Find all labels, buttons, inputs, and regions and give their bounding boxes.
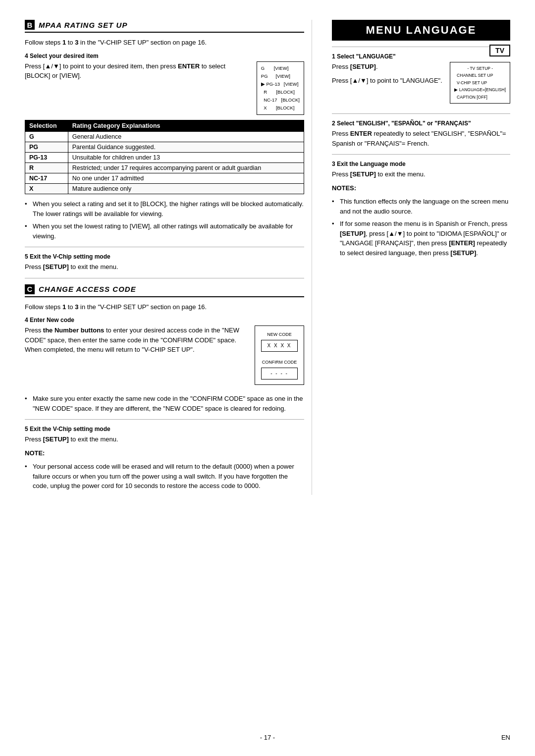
menu-language-notes: This function effects only the language … xyxy=(332,197,510,258)
list-item: Make sure you enter exactly the same new… xyxy=(25,394,304,413)
menu-language-title: MENU LANGUAGE xyxy=(332,20,510,41)
table-cell-selection: NC-17 xyxy=(25,173,68,184)
table-cell-explanation: Unsuitable for children under 13 xyxy=(68,153,304,163)
section-b-bullets: When you select a rating and set it to [… xyxy=(25,199,304,241)
step4-content: G [VIEW] PG [VIEW] ▶ PG-13 [VIEW] R [BLO… xyxy=(25,61,304,115)
step4c-label: 4 Enter New code xyxy=(25,317,304,324)
step5c-text: Press [SETUP] to exit the menu. xyxy=(25,434,304,444)
note-label: NOTE: xyxy=(25,448,304,458)
section-c-bullets: Make sure you enter exactly the same new… xyxy=(25,394,304,413)
section-b-title: MPAA RATING SET UP xyxy=(39,21,127,29)
table-row: RRestricted; under 17 requires accompany… xyxy=(25,163,304,173)
divider-step5b xyxy=(25,247,304,247)
step3-ml-text: Press [SETUP] to exit the menu. xyxy=(332,169,510,179)
screen1-item3: ▶ LANGUAGE=[ENGLISH] xyxy=(454,86,506,93)
step1-ml-label: 1 Select "LANGUAGE" xyxy=(332,53,510,60)
table-cell-explanation: Parental Guidance suggested. xyxy=(68,142,304,153)
table-cell-explanation: Mature audience only xyxy=(68,184,304,194)
table-header-explanation: Rating Category Explanations xyxy=(68,120,304,132)
table-cell-selection: G xyxy=(25,132,68,142)
section-b-letter: B xyxy=(25,20,35,30)
step5b-text: Press [SETUP] to exit the menu. xyxy=(25,262,304,272)
step5c-label: 5 Exit the V-Chip setting mode xyxy=(25,426,304,432)
step3-ml-label: 3 Exit the Language mode xyxy=(332,161,510,167)
table-header-selection: Selection xyxy=(25,120,68,132)
new-code-value: X X X X xyxy=(261,340,298,352)
list-item: This function effects only the language … xyxy=(332,197,510,216)
screen1-title: - TV SETUP - xyxy=(454,65,506,72)
notes-label: NOTES: xyxy=(332,183,510,193)
table-row: XMature audience only xyxy=(25,184,304,194)
section-c-note: Your personal access code will be erased… xyxy=(25,462,304,491)
table-row: GGeneral Audience xyxy=(25,132,304,142)
step4c-content: NEW CODE X X X X CONFIRM CODE - - - - Pr… xyxy=(25,325,304,390)
table-cell-selection: PG xyxy=(25,142,68,153)
right-column: MENU LANGUAGE TV 1 Select "LANGUAGE" - T… xyxy=(327,20,510,495)
table-row: NC-17No one under 17 admitted xyxy=(25,173,304,184)
list-item: Your personal access code will be erased… xyxy=(25,462,304,491)
divider-section-c xyxy=(25,278,304,278)
divider-step5c xyxy=(25,419,304,420)
screen-box-tv-setup: - TV SETUP - CHANNEL SET UP V-CHIP SET U… xyxy=(450,62,510,104)
table-cell-explanation: General Audience xyxy=(68,132,304,142)
section-b-intro: Follow steps 1 to 3 in the "V-CHIP SET U… xyxy=(25,38,304,48)
new-code-label: NEW CODE xyxy=(261,330,298,339)
table-cell-selection: R xyxy=(25,163,68,173)
section-c-intro: Follow steps 1 to 3 in the "V-CHIP SET U… xyxy=(25,302,304,312)
step2-ml-text: Press ENTER repeatedly to select "ENGLIS… xyxy=(332,129,510,148)
step5b-label: 5 Exit the V-Chip setting mode xyxy=(25,253,304,260)
list-item: If for some reason the menu is in Spanis… xyxy=(332,219,510,258)
lang-label: EN xyxy=(501,734,510,741)
table-cell-explanation: No one under 17 admitted xyxy=(68,173,304,184)
section-b-header: B MPAA RATING SET UP xyxy=(25,20,304,33)
list-item: When you set the lowest rating to [VIEW]… xyxy=(25,221,304,241)
page-number: - 17 - xyxy=(260,734,275,741)
table-cell-selection: X xyxy=(25,184,68,194)
table-row: PGParental Guidance suggested. xyxy=(25,142,304,153)
table-cell-explanation: Restricted; under 17 requires accompanyi… xyxy=(68,163,304,173)
page: B MPAA RATING SET UP Follow steps 1 to 3… xyxy=(0,0,535,756)
new-code-box: NEW CODE X X X X CONFIRM CODE - - - - xyxy=(255,325,304,385)
step1-ml-content: - TV SETUP - CHANNEL SET UP V-CHIP SET U… xyxy=(332,62,510,108)
screen1-item4: CAPTION [OFF] xyxy=(454,94,506,101)
rating-table: Selection Rating Category Explanations G… xyxy=(25,120,304,194)
divider-ml1 xyxy=(332,47,489,47)
confirm-code-label: CONFIRM CODE xyxy=(261,358,298,367)
section-c-title: CHANGE ACCESS CODE xyxy=(39,285,136,293)
step4-label: 4 Select your desired item xyxy=(25,53,304,59)
table-row: PG-13Unsuitable for children under 13 xyxy=(25,153,304,163)
screen-box-ratings: G [VIEW] PG [VIEW] ▶ PG-13 [VIEW] R [BLO… xyxy=(257,61,304,115)
divider-ml3 xyxy=(332,154,510,155)
left-column: B MPAA RATING SET UP Follow steps 1 to 3… xyxy=(25,20,312,495)
screen1-item1: CHANNEL SET UP xyxy=(454,72,506,79)
section-c-letter: C xyxy=(25,284,35,294)
table-cell-selection: PG-13 xyxy=(25,153,68,163)
screen1-item2: V-CHIP SET UP xyxy=(454,79,506,86)
divider-ml2 xyxy=(332,113,510,114)
tv-badge: TV xyxy=(489,45,510,56)
confirm-code-value: - - - - xyxy=(261,368,298,379)
step2-ml-label: 2 Select "ENGLISH", "ESPAÑOL" or "FRANÇA… xyxy=(332,120,510,127)
list-item: When you select a rating and set it to [… xyxy=(25,199,304,218)
section-c-header: C CHANGE ACCESS CODE xyxy=(25,284,304,297)
